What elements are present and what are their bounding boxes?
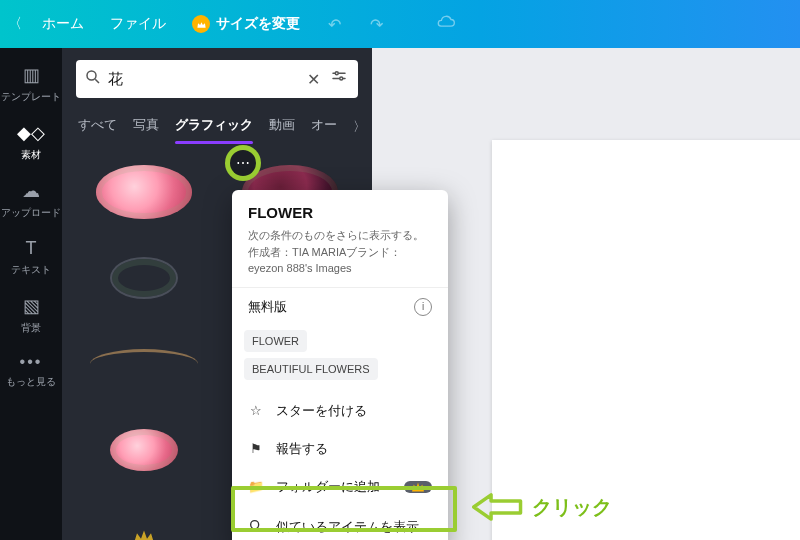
annotation-click: クリック xyxy=(472,492,612,522)
star-icon: ☆ xyxy=(248,403,264,418)
popup-star-label: スターを付ける xyxy=(276,402,367,420)
info-icon[interactable]: i xyxy=(414,298,432,316)
search-icon xyxy=(248,518,264,537)
side-rail: ▥ テンプレート ◆◇ 素材 ☁ アップロード T テキスト ▧ 背景 ••• … xyxy=(0,48,62,540)
elements-icon: ◆◇ xyxy=(0,122,62,144)
rail-text-label: テキスト xyxy=(11,264,51,275)
pro-badge xyxy=(404,481,432,493)
crown-icon xyxy=(192,15,210,33)
flag-icon: ⚑ xyxy=(248,441,264,456)
popup-report-item[interactable]: ⚑ 報告する xyxy=(232,430,448,468)
annotation-click-label: クリック xyxy=(532,494,612,521)
popup-folder-item[interactable]: 📁 フォルダーに追加 xyxy=(232,468,448,506)
redo-button[interactable]: ↷ xyxy=(362,15,390,34)
popup-similar-label: 似ているアイテムを表示 xyxy=(276,518,419,536)
item-context-popup: FLOWER 次の条件のものをさらに表示する。作成者：TIA MARIAブランド… xyxy=(232,190,448,540)
popup-star-item[interactable]: ☆ スターを付ける xyxy=(232,392,448,430)
svg-point-0 xyxy=(87,71,96,80)
tag-link[interactable]: BEAUTIFUL FLOWERS xyxy=(244,358,378,380)
item-more-button[interactable]: ⋯ xyxy=(230,150,256,176)
tab-all[interactable]: すべて xyxy=(78,110,117,144)
search-field[interactable]: ✕ xyxy=(76,60,358,98)
more-icon: ••• xyxy=(0,353,62,371)
svg-point-6 xyxy=(251,520,259,528)
home-button[interactable]: ホーム xyxy=(36,9,90,39)
rail-text[interactable]: T テキスト xyxy=(0,230,62,285)
popup-free-label: 無料版 xyxy=(248,298,287,316)
design-page[interactable] xyxy=(492,140,800,540)
tab-video[interactable]: 動画 xyxy=(269,110,295,144)
rail-uploads-label: アップロード xyxy=(1,207,61,218)
svg-line-1 xyxy=(95,79,99,83)
file-menu[interactable]: ファイル xyxy=(104,9,172,39)
resize-button[interactable]: サイズを変更 xyxy=(186,9,306,39)
home-label: ホーム xyxy=(42,15,84,33)
result-thumb[interactable] xyxy=(76,240,212,316)
rail-templates[interactable]: ▥ テンプレート xyxy=(0,56,62,112)
category-tabs: すべて 写真 グラフィック 動画 オー 〉 xyxy=(62,106,372,144)
clear-search-icon[interactable]: ✕ xyxy=(305,68,322,91)
background-icon: ▧ xyxy=(0,295,62,317)
cloud-sync-icon xyxy=(432,15,460,33)
undo-button[interactable]: ↶ xyxy=(320,15,348,34)
tab-photos[interactable]: 写真 xyxy=(133,110,159,144)
tab-audio[interactable]: オー xyxy=(311,110,337,144)
svg-point-4 xyxy=(335,72,338,75)
search-input[interactable] xyxy=(108,71,299,88)
rail-elements[interactable]: ◆◇ 素材 xyxy=(0,114,62,170)
tab-graphics[interactable]: グラフィック xyxy=(175,110,253,144)
top-bar: 〈 ホーム ファイル サイズを変更 ↶ ↷ xyxy=(0,0,800,48)
rail-more-label: もっと見る xyxy=(6,376,56,387)
popup-tags: FLOWER BEAUTIFUL FLOWERS xyxy=(232,326,448,392)
filter-icon[interactable] xyxy=(328,66,350,92)
text-icon: T xyxy=(0,238,62,259)
search-icon xyxy=(84,68,102,90)
resize-label: サイズを変更 xyxy=(216,15,300,33)
result-thumb[interactable] xyxy=(76,498,212,540)
templates-icon: ▥ xyxy=(0,64,62,86)
folder-icon: 📁 xyxy=(248,479,264,494)
svg-point-5 xyxy=(340,77,343,80)
rail-more[interactable]: ••• もっと見る xyxy=(0,345,62,397)
crown-icon xyxy=(412,482,424,492)
popup-title: FLOWER xyxy=(248,204,432,221)
popup-description: 次の条件のものをさらに表示する。作成者：TIA MARIAブランド：eyezon… xyxy=(248,227,432,277)
rail-background[interactable]: ▧ 背景 xyxy=(0,287,62,343)
file-label: ファイル xyxy=(110,15,166,33)
result-thumb[interactable] xyxy=(76,412,212,488)
back-button[interactable]: 〈 xyxy=(8,15,22,33)
result-thumb[interactable] xyxy=(76,154,212,230)
result-thumb[interactable] xyxy=(76,326,212,402)
rail-background-label: 背景 xyxy=(21,322,41,333)
popup-folder-label: フォルダーに追加 xyxy=(276,478,380,496)
svg-line-7 xyxy=(258,528,261,531)
arrow-left-icon xyxy=(472,492,524,522)
tag-link[interactable]: FLOWER xyxy=(244,330,307,352)
rail-elements-label: 素材 xyxy=(21,149,41,160)
tabs-scroll-right-icon[interactable]: 〉 xyxy=(353,118,366,136)
rail-uploads[interactable]: ☁ アップロード xyxy=(0,172,62,228)
rail-templates-label: テンプレート xyxy=(1,91,61,102)
popup-similar-item[interactable]: 似ているアイテムを表示 xyxy=(232,506,448,541)
uploads-icon: ☁ xyxy=(0,180,62,202)
popup-report-label: 報告する xyxy=(276,440,328,458)
